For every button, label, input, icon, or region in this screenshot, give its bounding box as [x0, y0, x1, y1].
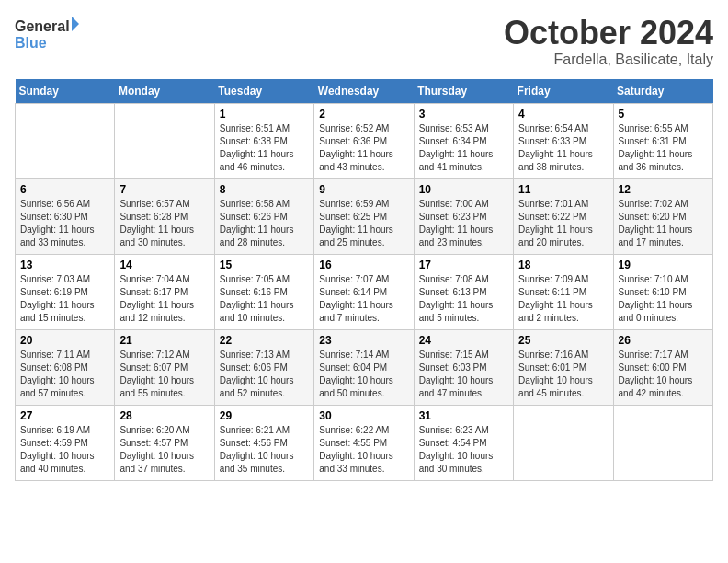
- calendar-cell: 28Sunrise: 6:20 AM Sunset: 4:57 PM Dayli…: [115, 405, 214, 480]
- calendar-cell: 30Sunrise: 6:22 AM Sunset: 4:55 PM Dayli…: [314, 405, 414, 480]
- calendar-cell: 17Sunrise: 7:08 AM Sunset: 6:13 PM Dayli…: [414, 254, 513, 329]
- calendar-cell: 27Sunrise: 6:19 AM Sunset: 4:59 PM Dayli…: [16, 405, 115, 480]
- day-number: 14: [119, 259, 209, 271]
- day-number: 20: [20, 334, 109, 347]
- day-number: 29: [220, 409, 309, 422]
- calendar-cell: [514, 405, 613, 480]
- day-detail: Sunrise: 7:14 AM Sunset: 6:04 PM Dayligh…: [319, 349, 408, 400]
- day-detail: Sunrise: 7:17 AM Sunset: 6:00 PM Dayligh…: [619, 349, 708, 400]
- day-detail: Sunrise: 7:02 AM Sunset: 6:20 PM Dayligh…: [619, 198, 708, 249]
- day-number: 25: [518, 334, 608, 347]
- calendar-cell: 29Sunrise: 6:21 AM Sunset: 4:56 PM Dayli…: [214, 405, 313, 480]
- day-header-sunday: Sunday: [16, 79, 115, 104]
- day-number: 15: [220, 259, 309, 271]
- calendar-cell: 23Sunrise: 7:14 AM Sunset: 6:04 PM Dayli…: [314, 329, 414, 405]
- calendar-cell: 7Sunrise: 6:57 AM Sunset: 6:28 PM Daylig…: [115, 178, 214, 254]
- day-number: 2: [319, 108, 408, 121]
- calendar-cell: 19Sunrise: 7:10 AM Sunset: 6:10 PM Dayli…: [613, 254, 712, 329]
- calendar-title: October 2024: [504, 15, 713, 52]
- day-detail: Sunrise: 7:00 AM Sunset: 6:23 PM Dayligh…: [419, 198, 508, 249]
- calendar-cell: 12Sunrise: 7:02 AM Sunset: 6:20 PM Dayli…: [613, 178, 712, 254]
- day-detail: Sunrise: 7:03 AM Sunset: 6:19 PM Dayligh…: [20, 273, 109, 325]
- day-detail: Sunrise: 6:57 AM Sunset: 6:28 PM Dayligh…: [119, 198, 209, 249]
- calendar-cell: 31Sunrise: 6:23 AM Sunset: 4:54 PM Dayli…: [414, 405, 513, 480]
- day-detail: Sunrise: 6:56 AM Sunset: 6:30 PM Dayligh…: [20, 198, 109, 249]
- calendar-cell: [115, 103, 214, 178]
- day-detail: Sunrise: 6:53 AM Sunset: 6:34 PM Dayligh…: [419, 122, 508, 174]
- day-detail: Sunrise: 7:10 AM Sunset: 6:10 PM Dayligh…: [619, 273, 708, 325]
- calendar-cell: 6Sunrise: 6:56 AM Sunset: 6:30 PM Daylig…: [16, 178, 115, 254]
- calendar-cell: 18Sunrise: 7:09 AM Sunset: 6:11 PM Dayli…: [514, 254, 613, 329]
- day-detail: Sunrise: 6:20 AM Sunset: 4:57 PM Dayligh…: [119, 424, 209, 476]
- day-number: 18: [518, 259, 608, 271]
- day-number: 28: [119, 409, 209, 422]
- day-detail: Sunrise: 7:09 AM Sunset: 6:11 PM Dayligh…: [518, 273, 608, 325]
- day-detail: Sunrise: 6:58 AM Sunset: 6:26 PM Dayligh…: [220, 198, 309, 249]
- day-detail: Sunrise: 7:08 AM Sunset: 6:13 PM Dayligh…: [419, 273, 508, 325]
- calendar-cell: 26Sunrise: 7:17 AM Sunset: 6:00 PM Dayli…: [613, 329, 712, 405]
- svg-marker-2: [72, 17, 79, 31]
- day-number: 26: [619, 334, 708, 347]
- calendar-cell: 25Sunrise: 7:16 AM Sunset: 6:01 PM Dayli…: [514, 329, 613, 405]
- day-detail: Sunrise: 7:04 AM Sunset: 6:17 PM Dayligh…: [119, 273, 209, 325]
- calendar-week-row: 1Sunrise: 6:51 AM Sunset: 6:38 PM Daylig…: [16, 103, 713, 178]
- day-detail: Sunrise: 7:05 AM Sunset: 6:16 PM Dayligh…: [220, 273, 309, 325]
- day-detail: Sunrise: 6:52 AM Sunset: 6:36 PM Dayligh…: [319, 122, 408, 174]
- day-number: 12: [619, 183, 708, 196]
- day-number: 11: [518, 183, 608, 196]
- calendar-cell: [613, 405, 712, 480]
- calendar-cell: 3Sunrise: 6:53 AM Sunset: 6:34 PM Daylig…: [414, 103, 513, 178]
- day-number: 23: [319, 334, 408, 347]
- calendar-cell: 13Sunrise: 7:03 AM Sunset: 6:19 PM Dayli…: [16, 254, 115, 329]
- day-number: 24: [419, 334, 508, 347]
- day-number: 16: [319, 259, 408, 271]
- calendar-week-row: 6Sunrise: 6:56 AM Sunset: 6:30 PM Daylig…: [16, 178, 713, 254]
- day-detail: Sunrise: 7:15 AM Sunset: 6:03 PM Dayligh…: [419, 349, 508, 400]
- day-header-friday: Friday: [514, 79, 613, 104]
- day-detail: Sunrise: 7:11 AM Sunset: 6:08 PM Dayligh…: [20, 349, 109, 400]
- calendar-cell: 4Sunrise: 6:54 AM Sunset: 6:33 PM Daylig…: [514, 103, 613, 178]
- day-number: 3: [419, 108, 508, 121]
- day-number: 7: [119, 183, 209, 196]
- calendar-cell: 20Sunrise: 7:11 AM Sunset: 6:08 PM Dayli…: [16, 329, 115, 405]
- day-number: 17: [419, 259, 508, 271]
- svg-text:Blue: Blue: [15, 35, 47, 51]
- day-detail: Sunrise: 6:21 AM Sunset: 4:56 PM Dayligh…: [220, 424, 309, 476]
- day-detail: Sunrise: 7:01 AM Sunset: 6:22 PM Dayligh…: [518, 198, 608, 249]
- calendar-cell: 10Sunrise: 7:00 AM Sunset: 6:23 PM Dayli…: [414, 178, 513, 254]
- day-number: 9: [319, 183, 408, 196]
- day-detail: Sunrise: 7:13 AM Sunset: 6:06 PM Dayligh…: [220, 349, 309, 400]
- calendar-cell: 21Sunrise: 7:12 AM Sunset: 6:07 PM Dayli…: [115, 329, 214, 405]
- calendar-cell: 5Sunrise: 6:55 AM Sunset: 6:31 PM Daylig…: [613, 103, 712, 178]
- day-detail: Sunrise: 6:22 AM Sunset: 4:55 PM Dayligh…: [319, 424, 408, 476]
- day-number: 19: [619, 259, 708, 271]
- days-header-row: SundayMondayTuesdayWednesdayThursdayFrid…: [16, 79, 713, 104]
- calendar-cell: 14Sunrise: 7:04 AM Sunset: 6:17 PM Dayli…: [115, 254, 214, 329]
- calendar-week-row: 27Sunrise: 6:19 AM Sunset: 4:59 PM Dayli…: [16, 405, 713, 480]
- day-detail: Sunrise: 6:54 AM Sunset: 6:33 PM Dayligh…: [518, 122, 608, 174]
- day-detail: Sunrise: 6:59 AM Sunset: 6:25 PM Dayligh…: [319, 198, 408, 249]
- day-number: 4: [518, 108, 608, 121]
- calendar-cell: 15Sunrise: 7:05 AM Sunset: 6:16 PM Dayli…: [214, 254, 313, 329]
- title-block: October 2024 Fardella, Basilicate, Italy: [504, 15, 713, 68]
- calendar-table: SundayMondayTuesdayWednesdayThursdayFrid…: [15, 79, 713, 481]
- day-number: 22: [220, 334, 309, 347]
- day-detail: Sunrise: 7:12 AM Sunset: 6:07 PM Dayligh…: [119, 349, 209, 400]
- logo-svg: General Blue: [15, 15, 79, 55]
- calendar-cell: 11Sunrise: 7:01 AM Sunset: 6:22 PM Dayli…: [514, 178, 613, 254]
- day-detail: Sunrise: 6:55 AM Sunset: 6:31 PM Dayligh…: [619, 122, 708, 174]
- day-number: 10: [419, 183, 508, 196]
- day-number: 27: [20, 409, 109, 422]
- calendar-cell: 8Sunrise: 6:58 AM Sunset: 6:26 PM Daylig…: [214, 178, 313, 254]
- day-detail: Sunrise: 6:19 AM Sunset: 4:59 PM Dayligh…: [20, 424, 109, 476]
- day-detail: Sunrise: 7:16 AM Sunset: 6:01 PM Dayligh…: [518, 349, 608, 400]
- calendar-cell: 22Sunrise: 7:13 AM Sunset: 6:06 PM Dayli…: [214, 329, 313, 405]
- day-number: 31: [419, 409, 508, 422]
- day-header-monday: Monday: [115, 79, 214, 104]
- day-header-wednesday: Wednesday: [314, 79, 414, 104]
- calendar-cell: 16Sunrise: 7:07 AM Sunset: 6:14 PM Dayli…: [314, 254, 414, 329]
- calendar-cell: 9Sunrise: 6:59 AM Sunset: 6:25 PM Daylig…: [314, 178, 414, 254]
- logo: General Blue: [15, 15, 79, 55]
- page-header: General Blue October 2024 Fardella, Basi…: [15, 15, 713, 68]
- calendar-subtitle: Fardella, Basilicate, Italy: [504, 52, 713, 68]
